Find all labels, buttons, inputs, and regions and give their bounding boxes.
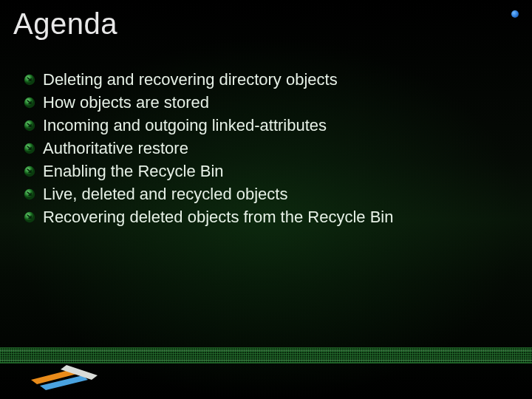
corner-dot-icon <box>511 10 519 18</box>
list-item: How objects are stored <box>24 91 393 114</box>
arrow-bullet-icon <box>24 211 35 223</box>
list-item-text: How objects are stored <box>43 91 209 114</box>
list-item-text: Authoritative restore <box>43 137 188 160</box>
slide: Agenda Deleting and recovering directory… <box>0 0 532 399</box>
footer-logo-icon <box>31 359 98 393</box>
list-item: Deleting and recovering directory object… <box>24 68 393 91</box>
list-item: Authoritative restore <box>24 137 393 160</box>
list-item-text: Live, deleted and recycled objects <box>43 183 287 205</box>
slide-title: Agenda <box>13 7 117 41</box>
list-item-text: Enabling the Recycle Bin <box>43 160 224 183</box>
list-item: Incoming and outgoing linked-attributes <box>24 114 393 137</box>
list-item: Enabling the Recycle Bin <box>24 160 393 183</box>
list-item: Live, deleted and recycled objects <box>24 183 393 205</box>
list-item-text: Recovering deleted objects from the Recy… <box>43 205 393 228</box>
agenda-list: Deleting and recovering directory object… <box>24 68 393 228</box>
list-item: Recovering deleted objects from the Recy… <box>24 205 393 228</box>
list-item-text: Deleting and recovering directory object… <box>43 68 338 91</box>
arrow-bullet-icon <box>24 120 35 132</box>
arrow-bullet-icon <box>24 143 35 154</box>
arrow-bullet-icon <box>24 74 35 86</box>
list-item-text: Incoming and outgoing linked-attributes <box>43 114 327 137</box>
arrow-bullet-icon <box>24 188 35 200</box>
arrow-bullet-icon <box>24 97 35 109</box>
arrow-bullet-icon <box>24 166 35 177</box>
